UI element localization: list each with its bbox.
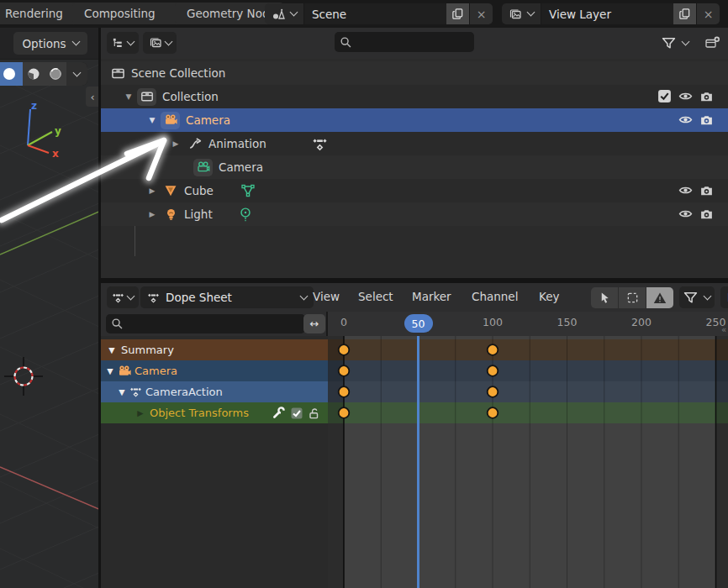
disclosure-expanded-icon[interactable]: ▼ [104,366,116,375]
outliner-row-cube[interactable]: ▶ Cube [101,179,728,202]
viewport-3d[interactable]: Options z y x ‹ [0,28,101,588]
clipped-button[interactable]: Ne [720,286,728,308]
material-shading-icon [27,67,40,81]
unlink-scene-button[interactable]: × [470,3,493,24]
show-hidden-toggle[interactable] [618,287,646,308]
disclosure-collapsed-icon[interactable]: ▶ [146,186,158,195]
channel-row-camera[interactable]: ▼ Camera [101,360,328,381]
menu-key[interactable]: Key [539,290,559,303]
scene-browse-button[interactable] [265,3,303,24]
editor-type-button[interactable] [107,286,139,308]
channel-row-camera-action[interactable]: ▼ CameraAction [101,381,328,402]
axis-gizmo[interactable]: z y x [8,99,76,166]
channel-area-row [328,360,728,381]
keyframe[interactable] [488,407,499,418]
mesh-data-icon [240,183,256,198]
keyframe[interactable] [488,344,499,355]
only-selected-toggle[interactable] [591,287,618,308]
new-scene-button[interactable] [446,3,469,24]
cursor-3d-icon[interactable] [4,357,43,396]
disclosure-collapsed-icon[interactable]: ▶ [135,408,146,417]
eye-icon[interactable] [678,89,693,103]
dope-sheet-filter-button[interactable] [679,286,715,308]
keyframe[interactable] [339,365,350,376]
playhead[interactable] [417,336,419,588]
new-collection-button[interactable] [699,32,725,54]
wrench-icon[interactable] [272,406,286,420]
menu-select[interactable]: Select [358,290,393,303]
options-dropdown-button[interactable]: Options [13,32,87,55]
keyframe[interactable] [488,365,499,376]
view-layer-name-field[interactable]: View Layer [541,3,688,24]
workspace-tab-compositing[interactable]: Compositing [72,3,192,24]
keyframe[interactable] [488,386,499,397]
expand-channels-button[interactable]: ↔ [303,314,325,333]
keyframe[interactable] [339,344,350,355]
view-layer-browse-button[interactable] [502,3,541,24]
menu-channel[interactable]: Channel [472,290,518,303]
new-view-layer-button[interactable] [673,3,696,24]
channel-row-toggles [272,406,321,420]
eye-icon[interactable] [678,183,693,197]
outliner-row-label: Light [184,207,213,221]
disclosure-expanded-icon[interactable]: ▼ [123,92,135,101]
disclosure-expanded-icon[interactable]: ▼ [146,116,158,124]
viewport-shading-group [0,62,87,86]
keyframe-area[interactable] [328,336,728,588]
outliner-filter-button[interactable] [657,32,693,54]
outliner-row-camera[interactable]: ▼ Camera [101,108,728,132]
camera-restrict-icon[interactable] [699,113,714,127]
disclosure-expanded-icon[interactable]: ▼ [116,387,128,396]
checkbox-checked-icon[interactable] [290,407,303,420]
keyframe[interactable] [339,407,350,418]
chevron-down-icon [73,68,82,76]
shading-rendered-button[interactable] [45,62,66,86]
outliner-row-label: Scene Collection [131,66,225,80]
scene-icon [272,8,285,21]
outliner-search-input[interactable] [335,32,474,52]
channel-row-object-transforms[interactable]: ▶ Object Transforms [101,402,328,423]
outliner-row-collection[interactable]: ▼ Collection [101,85,728,108]
disclosure-expanded-icon[interactable]: ▼ [106,345,118,354]
channel-label: Summary [121,344,174,356]
eye-icon[interactable] [678,207,693,221]
collection-icon [140,90,154,103]
current-frame-badge[interactable]: 50 [404,314,433,333]
editor-type-button[interactable] [107,32,139,54]
only-errors-toggle[interactable] [646,287,673,308]
menu-marker[interactable]: Marker [412,290,451,303]
channel-label: CameraAction [145,386,223,398]
channel-search-input[interactable] [106,314,305,333]
timeline-ruler[interactable]: 050100150200250« [328,312,728,337]
disclosure-collapsed-icon[interactable]: ▶ [170,139,182,148]
keyframe[interactable] [339,386,350,397]
shading-material-button[interactable] [23,62,45,86]
camera-restrict-icon[interactable] [699,89,714,103]
camera-restrict-icon[interactable] [699,207,714,221]
action-icon [112,291,124,304]
sidebar-collapse-button[interactable]: ‹ [86,87,99,107]
area-divider[interactable] [98,28,101,588]
channel-row-summary[interactable]: ▼ Summary [101,339,328,360]
left-right-arrows-icon: ↔ [310,318,319,330]
shading-dropdown-button[interactable] [66,62,87,86]
menu-view[interactable]: View [313,290,340,303]
scene-name-field[interactable]: Scene [304,3,461,24]
unlock-icon[interactable] [308,407,321,420]
outliner-row-camera-data[interactable]: Camera [101,155,728,179]
checkbox-checked-icon[interactable] [657,89,672,103]
eye-icon[interactable] [678,113,693,127]
action-icon [147,291,160,304]
display-mode-button[interactable] [143,32,177,54]
camera-restrict-icon[interactable] [699,183,714,197]
remove-view-layer-button[interactable]: × [697,3,720,24]
outliner-row-scene-collection[interactable]: Scene Collection [101,61,728,85]
collapse-arrows-icon[interactable]: « [721,325,726,334]
outliner-row-animation[interactable]: ▶ Animation [101,132,728,155]
disclosure-collapsed-icon[interactable]: ▶ [146,210,158,218]
action-icon [129,386,142,398]
outliner-row-light[interactable]: ▶ Light [101,202,728,226]
outliner-icon [112,37,124,50]
shading-solid-button[interactable] [0,62,23,86]
dope-sheet-mode-dropdown[interactable]: Dope Sheet [140,286,314,308]
